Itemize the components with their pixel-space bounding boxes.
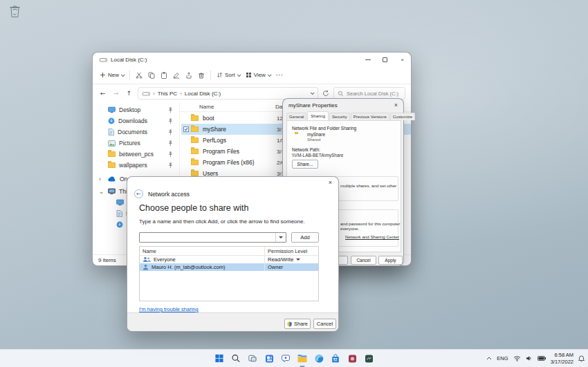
back-button[interactable]: ←	[134, 189, 143, 198]
cut-button[interactable]	[136, 72, 143, 79]
tab-general[interactable]: General	[286, 113, 306, 120]
sidebar-item-desktop[interactable]: Desktop	[93, 104, 179, 115]
explorer-titlebar[interactable]: Local Disk (C:) ×	[93, 53, 411, 66]
rename-button[interactable]	[173, 72, 180, 79]
cancel-button[interactable]: Cancel	[313, 319, 336, 329]
up-button[interactable]: ↑	[125, 90, 134, 97]
breadcrumb-this-pc[interactable]: This PC	[158, 91, 177, 97]
close-button[interactable]: ×	[394, 53, 411, 66]
address-history-chevron[interactable]	[311, 91, 315, 95]
tab-customize[interactable]: Customize	[390, 113, 415, 120]
trouble-sharing-link[interactable]: I'm having trouble sharing	[139, 306, 199, 312]
drive-icon	[143, 91, 150, 97]
search-input[interactable]	[347, 91, 401, 97]
pin-icon	[168, 107, 173, 113]
tab-sharing[interactable]: Sharing	[307, 111, 329, 120]
network-access-titlebar[interactable]: ×	[127, 177, 338, 188]
folder-icon	[191, 115, 199, 121]
share-confirm-button[interactable]: Share	[284, 319, 311, 329]
wifi-icon[interactable]	[513, 355, 521, 361]
forward-button[interactable]: →	[111, 90, 120, 97]
edge-icon[interactable]	[312, 351, 327, 366]
shared-folder-name: myShare	[307, 132, 325, 137]
permissions-table: Name Permission Level Everyone Read/Writ…	[139, 246, 319, 301]
sidebar-item-documents[interactable]: Documents	[93, 126, 179, 138]
start-button[interactable]	[212, 351, 227, 366]
desktop-icon	[108, 106, 116, 113]
minimize-button[interactable]	[359, 53, 376, 66]
cancel-button[interactable]: Cancel	[351, 256, 376, 265]
chevron-down-icon	[237, 73, 241, 77]
column-name[interactable]: Name	[140, 248, 264, 254]
breadcrumb-current[interactable]: Local Disk (C:)	[185, 91, 221, 97]
file-explorer-icon[interactable]	[295, 351, 310, 366]
folder-icon	[191, 126, 199, 132]
paste-button[interactable]	[160, 72, 167, 79]
folder-icon	[108, 151, 116, 157]
sort-button[interactable]: Sort	[217, 72, 240, 78]
desktop: Local Disk (C:) × New Sort	[0, 0, 588, 367]
close-icon[interactable]: ×	[394, 102, 398, 109]
table-row-owner[interactable]: Mauro H. (m_lab@outlook.com) Owner	[140, 263, 318, 271]
volume-icon[interactable]	[526, 355, 533, 361]
folder-icon	[108, 162, 116, 168]
back-button[interactable]: ←	[98, 90, 107, 97]
permission-dropdown[interactable]: Read/Write	[264, 256, 318, 263]
apply-button[interactable]: Apply	[378, 256, 403, 265]
share-dialog-button[interactable]: Share...	[292, 160, 318, 169]
combobox-dropdown-arrow[interactable]	[275, 233, 286, 242]
pinned-app-1-icon[interactable]	[345, 351, 360, 366]
collapse-chevron-icon[interactable]: ⌄	[99, 186, 104, 197]
close-icon[interactable]: ×	[329, 179, 332, 186]
delete-button[interactable]	[198, 72, 205, 79]
column-header-name[interactable]: Name	[199, 104, 214, 110]
pinned-app-2-icon[interactable]	[362, 351, 376, 366]
this-pc-icon	[108, 188, 116, 195]
tray-expand-icon[interactable]	[486, 357, 492, 360]
onedrive-cloud-icon	[108, 176, 116, 182]
widgets-icon[interactable]	[262, 351, 277, 366]
sidebar-item-between-pcs[interactable]: between_pcs	[93, 149, 179, 160]
add-button[interactable]: Add	[291, 232, 319, 243]
more-options-button[interactable]: ···	[276, 72, 284, 78]
clock[interactable]: 6:58 AM 3/17/2022	[551, 352, 573, 366]
properties-titlebar[interactable]: myShare Properties ×	[283, 99, 403, 111]
people-combobox-input[interactable]	[140, 233, 275, 242]
tab-previous-versions[interactable]: Previous Versions	[351, 113, 389, 120]
network-sharing-center-link[interactable]: Network and Sharing Center	[345, 234, 399, 239]
person-icon	[143, 264, 149, 270]
folder-icon	[191, 160, 199, 165]
window-title: Local Disk (C:)	[111, 57, 147, 63]
maximize-button[interactable]	[376, 53, 394, 66]
task-view-icon[interactable]	[246, 351, 260, 366]
taskbar: ENG 6:58 AM 3/17/2022	[0, 349, 588, 367]
search-icon[interactable]	[229, 351, 244, 366]
recycle-bin-icon[interactable]	[9, 4, 21, 18]
password-protection-text-2: everyone.	[340, 226, 359, 231]
sidebar-item-downloads[interactable]: Downloads	[93, 115, 179, 126]
people-combobox[interactable]	[139, 232, 286, 243]
refresh-button[interactable]	[322, 90, 329, 97]
checkbox-checked-icon[interactable]	[183, 126, 189, 132]
copy-button[interactable]	[148, 72, 155, 79]
chevron-down-icon	[121, 73, 125, 77]
network-path-value: \\VM-LAB-BETA\myShare	[292, 153, 343, 158]
chat-icon[interactable]	[279, 351, 293, 366]
sidebar-item-pictures[interactable]: Pictures	[93, 138, 179, 149]
language-indicator[interactable]: ENG	[497, 355, 508, 361]
items-count: 9 items	[98, 257, 116, 263]
store-icon[interactable]	[329, 351, 343, 366]
notification-bell-icon[interactable]	[578, 355, 585, 362]
table-row-everyone[interactable]: Everyone Read/Write	[140, 256, 318, 263]
battery-icon[interactable]	[538, 356, 546, 361]
expand-chevron-icon[interactable]: ›	[99, 173, 101, 185]
share-button[interactable]	[185, 72, 192, 79]
sidebar-item-wallpapers[interactable]: wallpapers	[93, 160, 179, 171]
new-button[interactable]: New	[100, 72, 124, 78]
tab-security[interactable]: Security	[329, 113, 350, 120]
view-button[interactable]: View	[246, 72, 270, 78]
chevron-down-icon	[268, 73, 272, 77]
dialog-title: Network access	[148, 191, 190, 198]
column-permission-level[interactable]: Permission Level	[264, 247, 318, 255]
dialog-heading: Choose people to share with	[139, 203, 248, 213]
